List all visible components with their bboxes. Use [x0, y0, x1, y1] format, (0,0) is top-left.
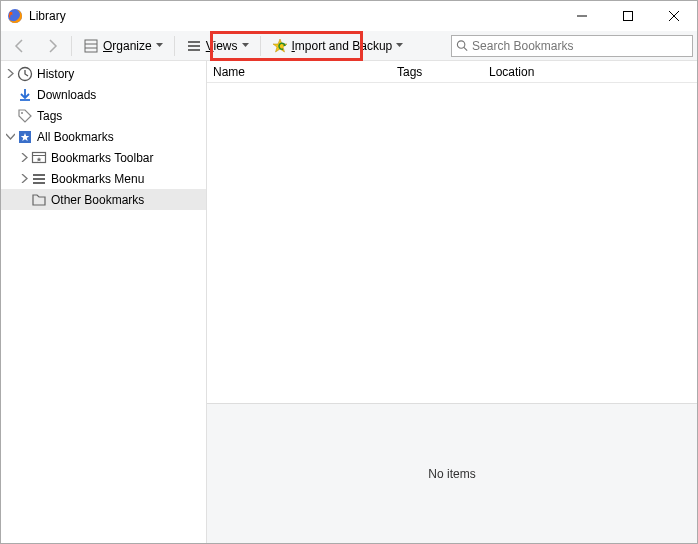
svg-marker-21: [37, 157, 42, 162]
views-label: Views: [206, 39, 238, 53]
minimize-button[interactable]: [559, 1, 605, 31]
sidebar: History Downloads Tags All Bookmarks Boo…: [1, 61, 207, 543]
bookmarks-menu-icon: [31, 171, 47, 187]
column-label: Name: [213, 65, 245, 79]
import-backup-label: Import and Backup: [292, 39, 393, 53]
titlebar: Library: [1, 1, 697, 31]
column-name[interactable]: Name: [207, 61, 391, 82]
details-pane: No items: [207, 403, 697, 543]
import-backup-button[interactable]: Import and Backup: [265, 34, 411, 58]
sidebar-item-downloads[interactable]: Downloads: [1, 84, 206, 105]
svg-rect-5: [85, 40, 97, 52]
sidebar-item-label: All Bookmarks: [37, 130, 114, 144]
history-icon: [17, 66, 33, 82]
maximize-button[interactable]: [605, 1, 651, 31]
chevron-right-icon: [20, 153, 29, 162]
search-icon: [456, 39, 468, 52]
empty-message: No items: [428, 467, 475, 481]
sidebar-item-label: Tags: [37, 109, 62, 123]
chevron-right-icon: [20, 174, 29, 183]
column-location[interactable]: Location: [483, 61, 697, 82]
close-button[interactable]: [651, 1, 697, 31]
window-title: Library: [29, 9, 559, 23]
sidebar-item-bookmarks-menu[interactable]: Bookmarks Menu: [1, 168, 206, 189]
sidebar-item-other-bookmarks[interactable]: Other Bookmarks: [1, 189, 206, 210]
sidebar-item-tags[interactable]: Tags: [1, 105, 206, 126]
back-button[interactable]: [5, 34, 35, 58]
organize-icon: [83, 38, 99, 54]
toolbar-separator: [174, 36, 175, 56]
toolbar: Organize Views Import and Backup: [1, 31, 697, 61]
other-bookmarks-icon: [31, 192, 47, 208]
organize-label: Organize: [103, 39, 152, 53]
svg-rect-10: [188, 49, 200, 51]
chevron-right-icon: [6, 69, 15, 78]
chevron-down-icon: [242, 42, 249, 49]
column-label: Tags: [397, 65, 422, 79]
svg-rect-2: [624, 12, 633, 21]
column-label: Location: [489, 65, 534, 79]
arrow-left-icon: [12, 38, 28, 54]
sidebar-item-label: Downloads: [37, 88, 96, 102]
search-box[interactable]: [451, 35, 693, 57]
firefox-icon: [7, 8, 23, 24]
sidebar-item-label: Bookmarks Toolbar: [51, 151, 154, 165]
svg-rect-24: [33, 182, 45, 184]
toolbar-separator: [260, 36, 261, 56]
svg-rect-8: [188, 41, 200, 43]
sidebar-item-history[interactable]: History: [1, 63, 206, 84]
chevron-down-icon: [156, 42, 163, 49]
svg-line-13: [464, 47, 467, 50]
sidebar-item-label: Other Bookmarks: [51, 193, 144, 207]
svg-rect-23: [33, 178, 45, 180]
svg-point-12: [457, 41, 464, 48]
column-headers: Name Tags Location: [207, 61, 697, 83]
svg-point-16: [21, 112, 23, 114]
sidebar-item-bookmarks-toolbar[interactable]: Bookmarks Toolbar: [1, 147, 206, 168]
column-tags[interactable]: Tags: [391, 61, 483, 82]
bookmarks-icon: [17, 129, 33, 145]
toolbar-separator: [71, 36, 72, 56]
search-input[interactable]: [472, 39, 688, 53]
chevron-down-icon: [6, 132, 15, 141]
sidebar-item-label: History: [37, 67, 74, 81]
main-area: History Downloads Tags All Bookmarks Boo…: [1, 61, 697, 543]
star-refresh-icon: [272, 38, 288, 54]
content-area: Name Tags Location No items: [207, 61, 697, 543]
tags-icon: [17, 108, 33, 124]
svg-rect-22: [33, 174, 45, 176]
bookmarks-toolbar-icon: [31, 150, 47, 166]
sidebar-item-all-bookmarks[interactable]: All Bookmarks: [1, 126, 206, 147]
forward-button[interactable]: [37, 34, 67, 58]
svg-rect-9: [188, 45, 200, 47]
downloads-icon: [17, 87, 33, 103]
organize-button[interactable]: Organize: [76, 34, 170, 58]
item-list[interactable]: [207, 83, 697, 403]
chevron-down-icon: [396, 42, 403, 49]
sidebar-item-label: Bookmarks Menu: [51, 172, 144, 186]
views-button[interactable]: Views: [179, 34, 256, 58]
arrow-right-icon: [44, 38, 60, 54]
views-icon: [186, 38, 202, 54]
